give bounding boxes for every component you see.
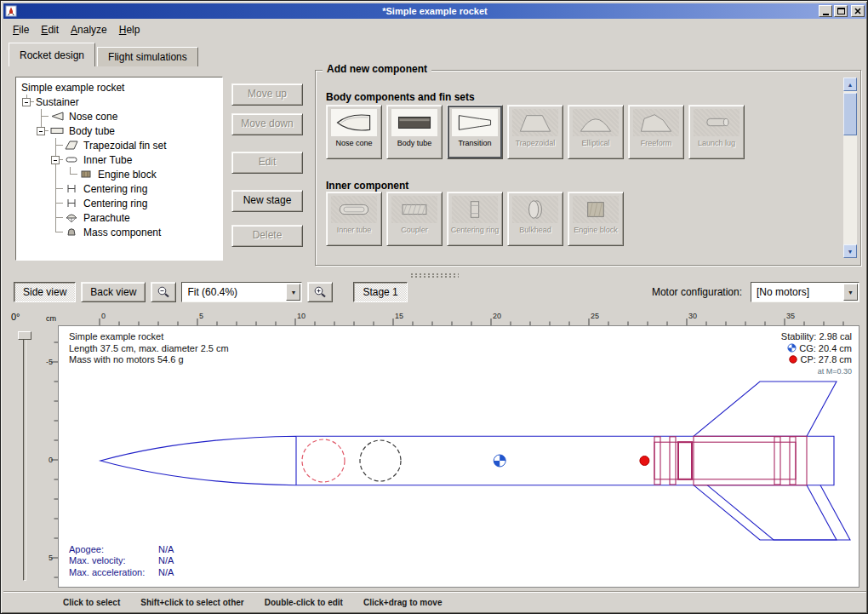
component-button-elliptical[interactable]: Elliptical (568, 105, 624, 159)
component-button-coupler[interactable]: Coupler (386, 192, 443, 246)
status-hint: Double-click to edit (265, 598, 343, 607)
engineblock-icon (573, 196, 619, 223)
menu-edit[interactable]: Edit (35, 21, 65, 38)
tree-expand-handle[interactable] (22, 98, 31, 106)
move-down-button[interactable]: Move down (231, 113, 303, 135)
tree-item-sustainer[interactable]: Sustainer (16, 95, 222, 109)
tree-item-mass-component[interactable]: Mass component (16, 225, 222, 239)
tab-flight-simulations[interactable]: Flight simulations (97, 47, 198, 66)
tree-item-engine-block[interactable]: Engine block (16, 167, 222, 181)
tree-expand-handle[interactable] (37, 127, 45, 135)
zoom-level-value: Fit (60.4%) (187, 286, 237, 298)
ruler-unit-label: cm (44, 312, 58, 325)
tree-item-trapezoidal-fin-set[interactable]: Trapezoidal fin set (16, 138, 222, 152)
component-button-transition[interactable]: Transition (447, 105, 503, 159)
component-button-label: Launch lug (691, 139, 742, 147)
component-button-bulkhead[interactable]: Bulkhead (507, 192, 563, 246)
cg-legend-icon (787, 343, 797, 353)
window-title: *Simple example rocket (3, 6, 866, 16)
transition-icon (452, 109, 498, 136)
cg-marker (494, 455, 505, 467)
component-tree[interactable]: Simple example rocketSustainerNose coneB… (15, 77, 223, 261)
zoom-out-button[interactable] (151, 282, 176, 302)
scroll-up-button[interactable]: ▲ (843, 77, 857, 91)
elliptical-icon (573, 109, 619, 136)
scroll-down-button[interactable]: ▼ (843, 244, 857, 258)
component-button-body-tube[interactable]: Body tube (386, 105, 443, 159)
zoom-in-button[interactable] (307, 282, 333, 302)
dropdown-arrow-icon[interactable]: ▼ (286, 284, 300, 301)
nose-icon (49, 111, 65, 122)
component-button-label: Engine block (570, 226, 621, 234)
edit-button[interactable]: Edit (231, 152, 303, 174)
ring-icon (64, 183, 79, 194)
svg-text:20: 20 (493, 312, 501, 320)
minimize-button[interactable] (819, 5, 832, 17)
component-button-launch-lug[interactable]: Launch lug (688, 105, 745, 159)
component-button-freeform[interactable]: Freeform (628, 105, 684, 159)
tree-expand-handle[interactable] (51, 156, 60, 164)
cp-value: CP: 27.8 cm (800, 354, 852, 364)
rocket-info: Simple example rocketLength 37.5 cm, max… (69, 331, 229, 366)
scroll-thumb[interactable] (843, 93, 857, 135)
tree-item-simple-example-rocket[interactable]: Simple example rocket (16, 80, 222, 95)
freeform-icon (633, 109, 679, 136)
component-button-trapezoidal[interactable]: Trapezoidal (507, 105, 563, 159)
tree-item-label: Centering ring (82, 198, 149, 209)
component-button-nose-cone[interactable]: Nose cone (326, 105, 382, 159)
rocket-info-line: Mass with no motors 54.6 g (69, 354, 229, 366)
tree-item-label: Simple example rocket (20, 82, 126, 94)
app-icon (5, 5, 17, 17)
flight-stat-row: Apogee:N/A (69, 544, 174, 556)
close-button[interactable] (851, 5, 865, 17)
component-button-inner-tube[interactable]: Inner tube (326, 192, 382, 246)
stage-1-toggle[interactable]: Stage 1 (353, 282, 407, 302)
component-button-engine-block[interactable]: Engine block (568, 192, 624, 246)
side-view-button[interactable]: Side view (14, 282, 76, 302)
inner-icon (64, 154, 79, 165)
tree-item-nose-cone[interactable]: Nose cone (16, 109, 222, 123)
flight-stat-row: Max. velocity:N/A (69, 555, 174, 567)
launchlug-icon (694, 109, 740, 136)
menu-help[interactable]: Help (113, 21, 146, 38)
motor-configuration-value: [No motors] (757, 286, 809, 298)
rotation-slider-handle[interactable] (18, 331, 31, 340)
dropdown-arrow-icon[interactable]: ▼ (843, 284, 858, 301)
tab-rocket-design[interactable]: Rocket design (9, 43, 95, 66)
tree-item-body-tube[interactable]: Body tube (16, 123, 222, 138)
add-component-groupbox: Add new component Body components and fi… (315, 70, 861, 266)
component-button-label: Freeform (631, 139, 682, 147)
vertical-ruler: -505 (44, 325, 58, 588)
delete-button[interactable]: Delete (231, 225, 303, 247)
trapezoidal-icon (512, 109, 558, 136)
bodytube-icon (391, 109, 437, 136)
component-button-label: Transition (449, 139, 500, 147)
splitter-grip-icon (411, 273, 459, 278)
zoom-level-select[interactable]: Fit (60.4%)▼ (181, 282, 302, 302)
add-component-scrollbar[interactable]: ▲ ▼ (843, 77, 857, 258)
close-icon (854, 8, 861, 14)
svg-text:0: 0 (49, 456, 53, 464)
move-up-button[interactable]: Move up (231, 83, 303, 106)
horizontal-ruler: 05101520253035 (58, 312, 859, 325)
motor-configuration-label: Motor configuration: (652, 286, 742, 298)
menu-analyze[interactable]: Analyze (65, 21, 113, 38)
maximize-button[interactable] (834, 5, 848, 17)
titlebar[interactable]: *Simple example rocket (3, 3, 866, 19)
tree-item-centering-ring[interactable]: Centering ring (16, 196, 222, 210)
back-view-button[interactable]: Back view (81, 282, 146, 302)
tree-item-label: Body tube (67, 125, 117, 137)
motor-configuration-select[interactable]: [No motors]▼ (751, 282, 859, 302)
tree-item-centering-ring[interactable]: Centering ring (16, 181, 222, 196)
menu-file[interactable]: File (7, 21, 35, 38)
cp-legend-icon (789, 355, 797, 364)
rotation-slider[interactable] (23, 332, 26, 581)
design-canvas[interactable]: Simple example rocketLength 37.5 cm, max… (58, 325, 859, 588)
tree-item-label: Mass component (82, 227, 163, 238)
tree-item-inner-tube[interactable]: Inner Tube (16, 152, 222, 167)
rotation-angle-label: 0° (11, 312, 20, 322)
panel-splitter[interactable] (3, 273, 866, 279)
new-stage-button[interactable]: New stage (231, 190, 303, 212)
tree-item-parachute[interactable]: Parachute (16, 210, 222, 225)
component-button-centering-ring[interactable]: Centering ring (447, 192, 503, 246)
